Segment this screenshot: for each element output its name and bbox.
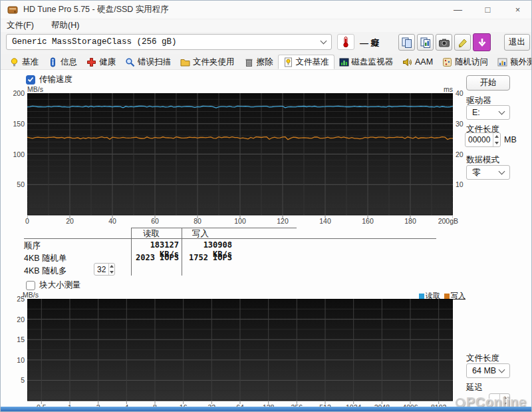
chevron-down-icon (499, 367, 505, 373)
4kb-single-read-value: 2023 IOPS (131, 253, 179, 262)
thermometer-icon (340, 36, 351, 48)
row-label-4kb-multi: 4KB 随机多 (24, 266, 67, 277)
queue-depth-spinner[interactable]: 32 (94, 263, 115, 276)
axis-tick-label: 30 (456, 120, 464, 128)
camera-icon (438, 37, 450, 49)
file-length2-value: 64 MB (472, 366, 496, 375)
update-button[interactable] (473, 33, 491, 51)
data-mode-combo[interactable]: 零 (466, 165, 510, 180)
disk-monitor-icon (339, 57, 349, 67)
tab-label: 文件夹使用 (193, 57, 235, 68)
drive-select-value: Generic MassStorageClass (256 gB) (12, 37, 177, 47)
block-size-checkbox[interactable]: 块大小测量 (26, 280, 81, 291)
minimize-button[interactable]: — (443, 1, 473, 19)
axis-tick-label: 100 (7, 150, 25, 158)
axis-tick-label: 100 (234, 217, 246, 225)
start-button[interactable]: 开始 (466, 75, 510, 91)
temperature-indicator (337, 34, 354, 50)
file-length2-label: 文件长度 (466, 353, 499, 364)
axis-tick-label: 180 (404, 217, 416, 225)
transfer-speed-chart (27, 93, 453, 219)
copy-icon (401, 37, 413, 49)
drive-combo[interactable]: E: (466, 105, 510, 120)
checkbox-checked-icon (26, 75, 35, 85)
axis-tick-label: 80 (194, 217, 201, 225)
close-button[interactable]: × (503, 1, 532, 19)
tab-label: 文件基准 (296, 57, 329, 68)
copy-button[interactable] (398, 34, 415, 51)
axis-tick-label: 40 (108, 217, 116, 225)
file-benchmark-icon (283, 57, 293, 67)
file-length2-combo[interactable]: 64 MB (466, 363, 510, 378)
axis-tick-label: 20 (66, 217, 74, 225)
queue-depth-value: 32 (94, 265, 108, 274)
tab-label: 信息 (61, 57, 77, 68)
file-length-value: 00000 (466, 135, 493, 144)
axis-tick-label: 0 (25, 217, 29, 225)
write-column-header: 写入 (192, 228, 209, 240)
tab-aam[interactable]: AAM (398, 55, 438, 69)
checkbox-label: 传输速度 (39, 74, 72, 85)
table-divider (182, 228, 182, 276)
axis-tick-label: 5 (7, 376, 25, 384)
copy-image-icon (420, 37, 432, 49)
magnifier-icon (125, 57, 135, 67)
hd-tune-window: HD Tune Pro 5.75 - 硬盘/SSD 实用程序 — □ × 文件(… (0, 0, 532, 412)
exit-button[interactable]: 退出 (504, 34, 530, 51)
maximize-button[interactable]: □ (473, 1, 503, 19)
tab-label: 错误扫描 (138, 57, 171, 68)
tab-label: 擦除 (257, 57, 273, 68)
watermark-logo-icon (456, 398, 465, 407)
axis-tick-label: 15 (7, 335, 25, 343)
tab-label: 随机访问 (455, 57, 488, 68)
tab-benchmark[interactable]: 基准 (5, 55, 43, 69)
chevron-down-icon (499, 108, 505, 115)
window-controls: — □ × (443, 1, 532, 19)
speaker-icon (402, 57, 412, 67)
tab-info[interactable]: 信息 (43, 55, 82, 69)
axis-tick-label: 50 (7, 180, 25, 188)
tab-erase[interactable]: 擦除 (239, 55, 278, 69)
spinner-arrows[interactable] (493, 133, 500, 146)
tab-disk-monitor[interactable]: 磁盘监视器 (334, 55, 398, 69)
random-access-icon (442, 57, 452, 67)
toolbar: Generic MassStorageClass (256 gB) — 癡 (1, 32, 532, 54)
menu-help[interactable]: 帮助(H) (51, 20, 79, 31)
data-mode-label: 数据模式 (466, 154, 499, 166)
tab-error-scan[interactable]: 错误扫描 (120, 55, 176, 69)
chevron-down-icon (321, 38, 327, 45)
read-legend-swatch (419, 294, 424, 299)
transfer-speed-checkbox[interactable]: 传输速度 (26, 74, 72, 85)
drive-select-combo[interactable]: Generic MassStorageClass (256 gB) (6, 34, 332, 50)
axis-tick-label: 20 (456, 150, 464, 158)
save-icon (457, 37, 469, 49)
app-icon (7, 5, 18, 15)
tab-file-benchmark[interactable]: 文件基准 (278, 55, 334, 69)
tab-label: 磁盘监视器 (352, 57, 394, 68)
file-length-spinner[interactable]: 00000 (465, 132, 501, 147)
axis-tick-label: 160 (362, 217, 374, 225)
tab-folder-usage[interactable]: 文件夹使用 (176, 55, 239, 69)
spinner-arrows[interactable] (108, 264, 114, 275)
trash-icon (244, 57, 254, 67)
tab-health[interactable]: 健康 (82, 55, 120, 69)
tab-extra-tests[interactable]: 额外测试 (493, 55, 532, 69)
save-button[interactable] (454, 34, 471, 51)
axis-tick-label: 20 (7, 315, 25, 323)
axis-tick-label: 60 (151, 217, 159, 225)
tab-random-access[interactable]: 随机访问 (438, 55, 493, 69)
screenshot-button[interactable] (436, 34, 452, 51)
axis-tick-label: 120 (277, 217, 289, 225)
axis-tick-label: 40 (456, 89, 464, 97)
title-bar: HD Tune Pro 5.75 - 硬盘/SSD 实用程序 — □ × (1, 1, 532, 19)
menu-file[interactable]: 文件(F) (7, 20, 34, 31)
axis-tick-label: 200gB (429, 217, 458, 225)
copy-image-button[interactable] (417, 34, 434, 51)
data-mode-value: 零 (472, 167, 481, 178)
latency-label: 延迟 (466, 382, 483, 393)
block-size-chart (27, 299, 453, 405)
read-column-header: 读取 (143, 228, 160, 240)
tab-bar: 基准 信息 健康 错误扫描 文件夹使用 (1, 54, 532, 70)
axis-tick-label: 10 (7, 356, 25, 364)
extra-tests-icon (497, 57, 507, 67)
